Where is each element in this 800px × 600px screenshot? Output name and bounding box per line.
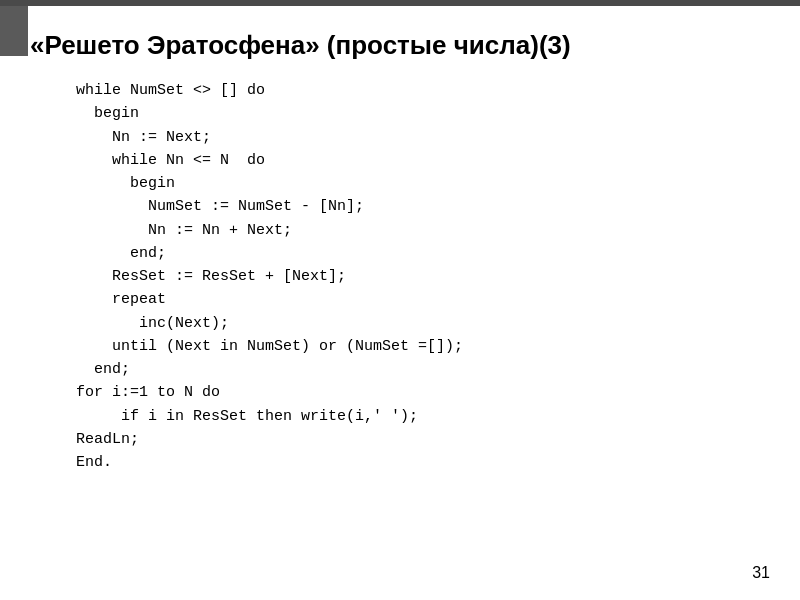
code-line: inc(Next); <box>40 312 770 335</box>
top-border-decoration <box>0 0 800 6</box>
code-line: Nn := Nn + Next; <box>40 219 770 242</box>
code-line: for i:=1 to N do <box>40 381 770 404</box>
code-block: while NumSet <> [] do begin Nn := Next; … <box>30 79 770 474</box>
code-line: end; <box>40 242 770 265</box>
code-line: if i in ResSet then write(i,' '); <box>40 405 770 428</box>
code-line: while NumSet <> [] do <box>40 79 770 102</box>
code-line: End. <box>40 451 770 474</box>
code-line: repeat <box>40 288 770 311</box>
left-accent-decoration <box>0 6 28 56</box>
slide-container: «Решето Эратосфена» (простые числа)(3) w… <box>0 0 800 600</box>
code-line: while Nn <= N do <box>40 149 770 172</box>
code-line: until (Next in NumSet) or (NumSet =[]); <box>40 335 770 358</box>
code-line: ResSet := ResSet + [Next]; <box>40 265 770 288</box>
code-line: ReadLn; <box>40 428 770 451</box>
code-line: Nn := Next; <box>40 126 770 149</box>
slide-title: «Решето Эратосфена» (простые числа)(3) <box>30 30 770 61</box>
code-line: end; <box>40 358 770 381</box>
code-line: NumSet := NumSet - [Nn]; <box>40 195 770 218</box>
code-line: begin <box>40 172 770 195</box>
code-line: begin <box>40 102 770 125</box>
page-number: 31 <box>752 564 770 582</box>
